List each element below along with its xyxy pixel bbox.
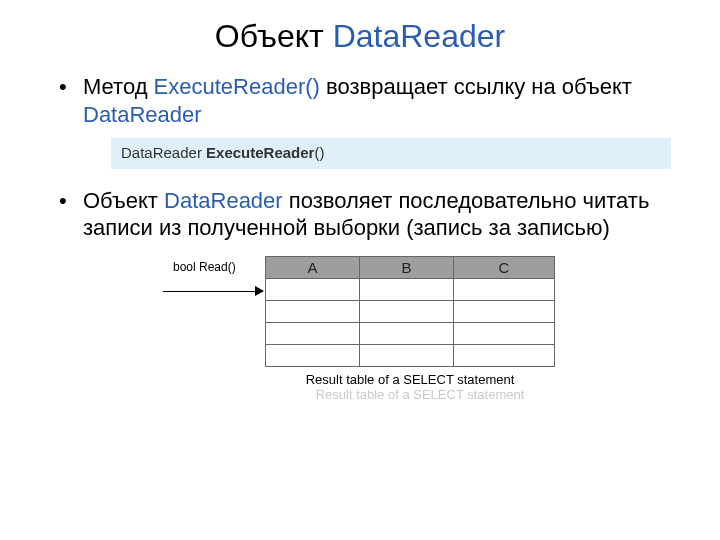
b2-t2: DataReader	[164, 188, 283, 213]
content-area: Метод ExecuteReader() возвращает ссылку …	[0, 65, 720, 416]
result-table: A B C	[265, 256, 555, 367]
arrow-right-icon	[255, 286, 264, 296]
table-row	[266, 322, 555, 344]
read-label: bool Read()	[173, 260, 236, 274]
bullet-2: Объект DataReader позволяет последовател…	[55, 187, 680, 242]
col-header: A	[266, 256, 360, 278]
table-row	[266, 278, 555, 300]
b2-t1: Объект	[83, 188, 164, 213]
b1-t1: Метод	[83, 74, 154, 99]
title-text-1: Объект	[215, 18, 333, 54]
code-name: ExecuteReader	[206, 144, 314, 161]
bullet-list: Метод ExecuteReader() возвращает ссылку …	[55, 73, 680, 242]
b1-t2: ExecuteReader()	[154, 74, 320, 99]
col-header: C	[453, 256, 554, 278]
bullet-1: Метод ExecuteReader() возвращает ссылку …	[55, 73, 680, 169]
table-row	[266, 300, 555, 322]
table-header-row: A B C	[266, 256, 555, 278]
col-header: B	[359, 256, 453, 278]
b1-t4: DataReader	[83, 102, 202, 127]
slide-title: Объект DataReader	[0, 0, 720, 65]
title-text-2: DataReader	[333, 18, 506, 54]
diagram: bool Read() A B C Result table of a SELE…	[55, 256, 680, 416]
table-caption-ghost: Result table of a SELECT statement	[270, 387, 570, 402]
table-caption: Result table of a SELECT statement	[265, 372, 555, 387]
b1-t3: возвращает ссылку на объект	[320, 74, 632, 99]
code-paren: ()	[314, 144, 324, 161]
code-bar: DataReader ExecuteReader()	[111, 138, 671, 169]
table-row	[266, 344, 555, 366]
code-ret: DataReader	[121, 144, 206, 161]
arrow-line	[163, 291, 263, 292]
